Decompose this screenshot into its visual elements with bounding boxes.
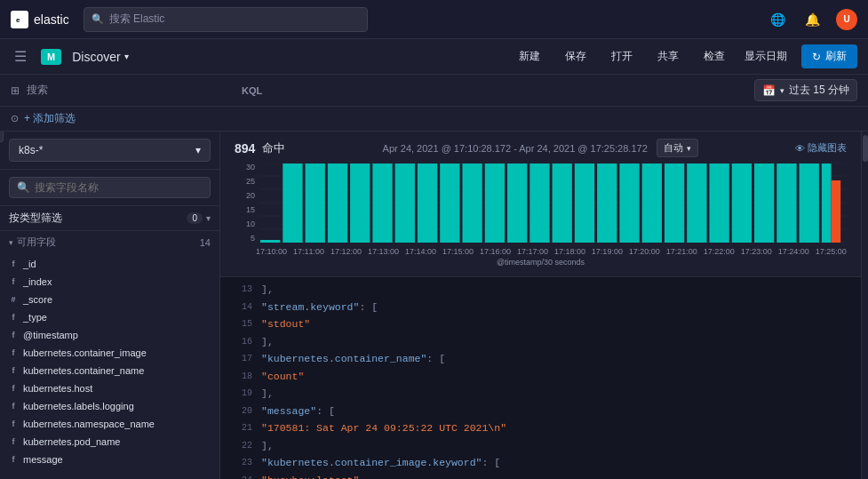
svg-rect-17 <box>440 164 459 243</box>
table-icon: ⊞ <box>11 84 20 97</box>
alerts-button[interactable]: 🔔 <box>801 9 824 30</box>
date-picker[interactable]: 📅 ▾ 过去 15 分钟 <box>754 79 857 101</box>
secondary-navigation: ☰ M Discover ▾ 新建 保存 打开 共享 检查 显示日期 ↻ 刷新 <box>0 39 868 75</box>
field-search-input[interactable] <box>35 181 203 194</box>
json-line: 16 ], <box>220 333 861 351</box>
field-list: f _id f _index # _score f _type f @times… <box>0 253 219 470</box>
svg-rect-15 <box>395 164 415 243</box>
field-name: _id <box>23 259 211 269</box>
chevron-down-icon: ▾ <box>9 238 13 247</box>
globe-icon: 🌐 <box>770 12 785 27</box>
json-line: 18 "count" <box>220 368 861 386</box>
inspect-button[interactable]: 检查 <box>698 45 730 68</box>
filter-bar-left: ⊞ 搜索 <box>11 83 233 98</box>
json-line: 22 ], <box>220 437 861 455</box>
refresh-button[interactable]: ↻ 刷新 <box>801 44 857 68</box>
filter-type-row: 按类型筛选 0 ▾ <box>0 206 219 231</box>
field-type-badge: f <box>9 402 18 411</box>
histogram-auto-button[interactable]: 自动 ▾ <box>657 139 698 157</box>
field-type-badge: f <box>9 259 18 268</box>
field-search-container: 🔍 <box>0 170 219 206</box>
svg-rect-19 <box>485 164 505 243</box>
field-search-wrapper[interactable]: 🔍 <box>9 177 211 198</box>
field-item[interactable]: # _score <box>0 291 219 308</box>
json-line: 20 "message": [ <box>220 403 861 420</box>
open-button[interactable]: 打开 <box>606 45 638 68</box>
field-name: _score <box>23 294 211 305</box>
chevron-down-icon: ▾ <box>195 144 201 156</box>
field-type-badge: f <box>9 348 18 357</box>
filter-bar: ⊞ 搜索 KQL 📅 ▾ 过去 15 分钟 <box>0 75 868 107</box>
discover-title-text: Discover <box>72 50 120 64</box>
svg-rect-11 <box>306 164 325 243</box>
json-viewer[interactable]: 13 ], 14 "stream.keyword": [ 15 "stdout"… <box>220 277 861 479</box>
field-item[interactable]: f kubernetes.container_name <box>0 362 219 379</box>
svg-rect-31 <box>754 164 774 243</box>
svg-rect-14 <box>372 164 392 243</box>
filter-bar-right: 📅 ▾ 过去 15 分钟 <box>754 79 857 101</box>
eye-icon: 👁 <box>795 143 805 154</box>
field-item[interactable]: f kubernetes.container_image <box>0 344 219 362</box>
svg-rect-10 <box>283 164 302 243</box>
user-avatar[interactable]: U <box>836 9 857 30</box>
right-content: 894 命中 Apr 24, 2021 @ 17:10:28.172 - Apr… <box>220 132 861 479</box>
global-search-bar[interactable]: 🔍 搜索 Elastic <box>84 7 368 32</box>
kql-search-input[interactable] <box>55 84 233 97</box>
field-item[interactable]: f _index <box>0 273 219 291</box>
histogram-area: 894 命中 Apr 24, 2021 @ 17:10:28.172 - Apr… <box>220 132 861 277</box>
field-item[interactable]: f _id <box>0 255 219 273</box>
svg-rect-9 <box>260 240 280 243</box>
search-input-label: 搜索 <box>27 83 48 98</box>
main-content: « k8s-* ▾ 🔍 按类型筛选 0 ▾ ▾ <box>0 132 868 479</box>
histogram-chart: 30 25 20 15 10 5 17:10:00 17:11:00 17:12… <box>235 163 847 269</box>
histogram-header: 894 命中 Apr 24, 2021 @ 17:10:28.172 - Apr… <box>235 139 847 157</box>
field-type-badge: f <box>9 384 18 393</box>
filter-count-badge: 0 <box>187 212 203 224</box>
field-name: kubernetes.pod_name <box>23 436 211 447</box>
field-item[interactable]: f kubernetes.namespace_name <box>0 415 219 433</box>
svg-rect-35 <box>832 180 841 243</box>
field-item[interactable]: f @timestamp <box>0 326 219 344</box>
svg-rect-25 <box>619 164 639 243</box>
filter-row-secondary: ⊙ + 添加筛选 <box>0 107 868 132</box>
index-pattern-button[interactable]: k8s-* ▾ <box>9 139 211 162</box>
svg-text:e: e <box>16 16 20 24</box>
share-button[interactable]: 共享 <box>652 45 684 68</box>
field-item[interactable]: f _type <box>0 308 219 326</box>
date-range-label: 过去 15 分钟 <box>789 83 849 98</box>
sidebar: « k8s-* ▾ 🔍 按类型筛选 0 ▾ ▾ <box>0 132 220 479</box>
hide-chart-button[interactable]: 👁 隐藏图表 <box>795 141 847 155</box>
json-line: 17 "kubernetes.container_name": [ <box>220 350 861 368</box>
available-fields-count: 14 <box>200 237 211 248</box>
elastic-logo[interactable]: e elastic <box>11 11 69 28</box>
x-axis-labels: 17:10:00 17:11:00 17:12:00 17:13:00 17:1… <box>235 245 847 256</box>
add-filter-button[interactable]: + 添加筛选 <box>24 111 76 126</box>
hamburger-menu-button[interactable]: ☰ <box>11 44 30 68</box>
field-item[interactable]: f kubernetes.pod_name <box>0 433 219 451</box>
field-name: kubernetes.namespace_name <box>23 419 211 429</box>
svg-rect-28 <box>687 164 706 243</box>
field-item[interactable]: f kubernetes.labels.logging <box>0 397 219 415</box>
save-button[interactable]: 保存 <box>560 45 592 68</box>
field-type-badge: # <box>9 295 18 304</box>
svg-rect-20 <box>507 164 527 243</box>
show-dates-button[interactable]: 显示日期 <box>745 49 787 64</box>
new-button[interactable]: 新建 <box>514 45 545 68</box>
svg-rect-13 <box>350 164 370 243</box>
index-pattern-selector: k8s-* ▾ <box>0 132 219 170</box>
histogram-count-label: 命中 <box>262 140 285 156</box>
refresh-icon: ↻ <box>812 51 821 63</box>
global-help-button[interactable]: 🌐 <box>767 9 789 30</box>
svg-rect-12 <box>328 164 347 243</box>
field-item[interactable]: f kubernetes.host <box>0 379 219 397</box>
chevron-down-icon: ▾ <box>206 213 211 223</box>
discover-title[interactable]: Discover ▾ <box>72 50 128 64</box>
field-name: kubernetes.container_image <box>23 347 211 358</box>
collapse-sidebar-button[interactable]: « <box>0 132 4 142</box>
svg-rect-30 <box>732 164 752 243</box>
filter-type-label: 按类型筛选 <box>9 211 62 226</box>
json-line: 13 ], <box>220 281 861 299</box>
json-line: 19 ], <box>220 385 861 403</box>
top-nav-right: 🌐 🔔 U <box>767 9 857 30</box>
field-item[interactable]: f message <box>0 451 219 468</box>
